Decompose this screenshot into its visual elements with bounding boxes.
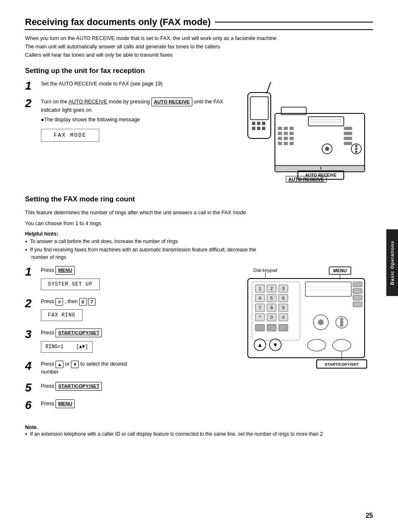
page-number: 25 xyxy=(365,512,373,519)
seven-key: 7 xyxy=(88,298,96,306)
step-b6-number: 6 xyxy=(25,399,37,411)
step-1-text: Set the AUTO RECEIVE mode to FAX (see pa… xyxy=(41,81,163,87)
svg-rect-11 xyxy=(308,117,344,126)
steps-left: 1 Press MENU SYSTEM SET UP 2 Press # xyxy=(25,266,235,417)
svg-text:Dial keypad: Dial keypad xyxy=(253,268,277,273)
step-b1-content: Press MENU SYSTEM SET UP xyxy=(41,266,235,292)
down-arrow-key: ▼ xyxy=(71,361,79,369)
step-2-bullet: ●The display shows the following message xyxy=(41,116,231,124)
menu-key-2: MENU xyxy=(55,399,75,408)
svg-point-31 xyxy=(325,147,329,151)
svg-rect-72 xyxy=(267,324,276,331)
note-title: Note. xyxy=(25,424,373,430)
intro-line-3: Callers will hear fax tones and will onl… xyxy=(25,51,373,59)
svg-text:MENU: MENU xyxy=(333,268,347,273)
intro-line-1: When you turn on the AUTO RECEIVE mode t… xyxy=(25,34,373,43)
step-b6: 6 Press MENU xyxy=(25,399,235,411)
svg-rect-78 xyxy=(353,289,362,294)
svg-line-8 xyxy=(267,82,271,93)
section1-title: Setting up the unit for fax reception xyxy=(25,67,373,75)
svg-rect-2 xyxy=(252,122,255,125)
keypad-diagram: Dial keypad MENU 1 2 xyxy=(244,266,369,383)
svg-rect-1 xyxy=(250,97,268,120)
step-1-content: Set the AUTO RECEIVE mode to FAX (see pa… xyxy=(41,80,231,88)
svg-rect-4 xyxy=(262,122,265,125)
display-system-set-up: SYSTEM SET UP xyxy=(41,279,100,290)
svg-rect-73 xyxy=(279,324,288,331)
section1-steps: 1 Set the AUTO RECEIVE mode to FAX (see … xyxy=(25,80,231,183)
helpful-hints-title: Helpful hints: xyxy=(25,231,373,237)
menu-key-1: MENU xyxy=(55,266,75,275)
svg-rect-71 xyxy=(255,324,264,331)
then-text: , then xyxy=(65,299,79,304)
svg-rect-23 xyxy=(278,142,282,145)
svg-text:9: 9 xyxy=(282,305,285,310)
step-b2-content: Press # , then 0 7 FAX RING xyxy=(41,298,235,323)
step-b5-number: 5 xyxy=(25,382,37,394)
step-b5-content: Press START/COPY/SET xyxy=(41,382,235,391)
svg-text:6: 6 xyxy=(282,296,285,301)
step-2-text-before: Turn on the AUTO RECEIVE mode by pressin… xyxy=(41,99,151,105)
svg-text:*: * xyxy=(259,315,261,320)
svg-rect-20 xyxy=(278,137,282,140)
svg-point-34 xyxy=(355,148,358,150)
step-2-number: 2 xyxy=(25,98,37,109)
bottom-cols: 1 Press MENU SYSTEM SET UP 2 Press # xyxy=(25,266,373,417)
step-b4-text1: Press xyxy=(41,361,55,367)
svg-rect-5 xyxy=(252,127,255,130)
step-b3-number: 3 xyxy=(25,329,37,340)
svg-rect-45 xyxy=(248,279,365,358)
svg-rect-26 xyxy=(344,127,352,130)
start-copy-set-key-1: START/COPY/SET xyxy=(55,329,102,337)
step-b1-text: Press xyxy=(41,267,55,273)
side-tab-label: Basic Operations xyxy=(390,241,395,285)
svg-rect-25 xyxy=(290,142,294,145)
step-b6-text: Press xyxy=(41,401,55,407)
hint-2: If you find receiving faxes from machine… xyxy=(25,246,373,261)
step-b1-number: 1 xyxy=(25,266,37,278)
section2-body-1: This feature determines the number of ri… xyxy=(25,208,373,217)
svg-text:4: 4 xyxy=(259,296,261,301)
svg-text:1: 1 xyxy=(259,286,261,291)
section2-title: Setting the FAX mode ring count xyxy=(25,195,373,203)
intro-block: When you turn on the AUTO RECEIVE mode t… xyxy=(25,34,373,59)
svg-rect-74 xyxy=(305,282,351,296)
svg-rect-6 xyxy=(257,127,260,130)
svg-rect-79 xyxy=(353,295,362,300)
fax-mode-display: FAX MODE xyxy=(41,129,99,142)
display-ring1: RING=1 [▲▼] xyxy=(41,341,93,353)
hint-1: To answer a call before the unit does, i… xyxy=(25,238,373,245)
step-b6-content: Press MENU xyxy=(41,399,235,408)
svg-text:2: 2 xyxy=(270,286,273,291)
step-1-number: 1 xyxy=(25,80,37,92)
svg-rect-77 xyxy=(353,282,362,287)
step-b5: 5 Press START/COPY/SET xyxy=(25,382,235,394)
note-bullet-1: If an extension telephone with a caller … xyxy=(25,430,373,438)
start-copy-set-key-2: START/COPY/SET xyxy=(55,382,102,391)
title-text: Receiving fax documents only (FAX mode) xyxy=(25,17,211,28)
intro-line-2: The main unit will automatically answer … xyxy=(25,43,373,51)
page: Basic Operations 25 Receiving fax docume… xyxy=(0,0,398,532)
step-b4: 4 Press ▲ or ▼ to select the desirednumb… xyxy=(25,360,235,376)
svg-point-91 xyxy=(307,339,326,351)
svg-rect-3 xyxy=(257,122,260,125)
step-b4-number: 4 xyxy=(25,360,37,372)
up-arrow-key: ▲ xyxy=(55,361,63,369)
svg-point-35 xyxy=(355,151,358,153)
note-section: Note. If an extension telephone with a c… xyxy=(25,424,373,438)
svg-text:▼: ▼ xyxy=(272,341,278,348)
title-line xyxy=(215,22,373,23)
main-title: Receiving fax documents only (FAX mode) xyxy=(25,17,373,30)
svg-rect-17 xyxy=(278,132,282,135)
step-b2-text: Press xyxy=(41,299,55,304)
step-b4-content: Press ▲ or ▼ to select the desirednumber xyxy=(41,360,235,376)
auto-receive-label: AUTO RECEIVE xyxy=(286,176,327,183)
step-b2-number: 2 xyxy=(25,298,37,309)
svg-rect-7 xyxy=(262,127,265,130)
ring-arrows: [▲▼] xyxy=(76,343,88,351)
svg-rect-15 xyxy=(284,127,288,130)
svg-point-82 xyxy=(318,319,324,325)
svg-point-86 xyxy=(340,324,343,327)
svg-point-84 xyxy=(340,318,343,321)
svg-rect-22 xyxy=(290,137,294,140)
